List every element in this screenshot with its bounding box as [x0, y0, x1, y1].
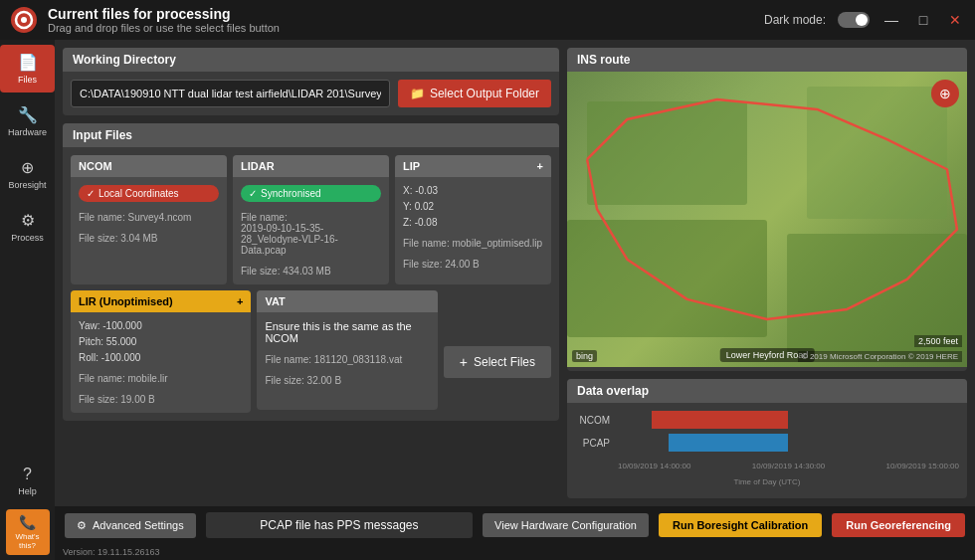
map-zoom-label: 2,500 feet: [914, 335, 962, 347]
whats-label: What's this?: [9, 532, 47, 550]
select-files-label: Select Files: [474, 355, 535, 369]
input-files-section: Input Files NCOM ✓: [63, 123, 559, 421]
bottom-bar: ⚙ Advanced Settings PCAP file has PPS me…: [55, 506, 975, 544]
check-icon: ✓: [87, 188, 95, 199]
vat-title: VAT: [265, 295, 285, 307]
map-container: ⊕ bing Lower Heyford Road 2,500 feet © 2…: [567, 72, 967, 367]
main-layout: 📄 Files 🔧 Hardware ⊕ Boresight ⚙ Process…: [0, 40, 975, 560]
sidebar: 📄 Files 🔧 Hardware ⊕ Boresight ⚙ Process…: [0, 40, 55, 560]
help-icon: ?: [23, 466, 32, 483]
run-georeferencing-button[interactable]: Run Georeferencing: [832, 513, 965, 537]
vat-note: Ensure this is the same as the NCOM: [265, 320, 429, 344]
sidebar-label-hardware: Hardware: [8, 127, 47, 137]
bing-label: bing: [572, 350, 597, 362]
titlebar-title-group: Current files for processing Drag and dr…: [48, 6, 280, 34]
close-button[interactable]: ✕: [945, 10, 965, 30]
lir-roll: Roll: -100.000: [79, 352, 243, 363]
locate-button[interactable]: ⊕: [931, 80, 959, 107]
lir-title: LIR (Unoptimised): [79, 295, 173, 307]
titlebar-left: Current files for processing Drag and dr…: [10, 6, 280, 34]
location-icon: ⊕: [939, 86, 951, 101]
lir-body: Yaw: -100.000 Pitch: 55.000 Roll: -100.0…: [71, 312, 251, 413]
vat-body: Ensure this is the same as the NCOM File…: [257, 312, 437, 394]
time-axis-label: Time of Day (UTC): [575, 477, 959, 486]
select-output-folder-button[interactable]: 📁 Select Output Folder: [398, 80, 551, 107]
vat-card: VAT Ensure this is the same as the NCOM …: [257, 290, 437, 410]
lir-file-size: File size: 19.00 B: [79, 394, 243, 405]
svg-point-2: [21, 17, 27, 23]
lip-header: LIP +: [395, 155, 551, 177]
sidebar-item-hardware[interactable]: 🔧 Hardware: [0, 97, 55, 145]
pcap-overlap-label: PCAP: [575, 438, 610, 449]
titlebar: Current files for processing Drag and dr…: [0, 0, 975, 40]
sidebar-item-files[interactable]: 📄 Files: [0, 45, 55, 93]
lir-plus-icon[interactable]: +: [237, 295, 243, 307]
lip-plus-icon[interactable]: +: [537, 160, 543, 172]
input-files-header: Input Files: [63, 123, 559, 147]
overlap-pcap-row: PCAP: [575, 434, 959, 452]
lip-coord-z: Z: -0.08: [403, 217, 543, 228]
ncom-card: NCOM ✓ Local Coordinates File name: Surv…: [71, 155, 227, 284]
ncom-file-size: File size: 3.04 MB: [79, 233, 219, 244]
ncom-badge-label: Local Coordinates: [98, 188, 179, 199]
advanced-settings-label: Advanced Settings: [93, 519, 184, 531]
top-content: Working Directory 📁 Select Output Folder: [55, 40, 975, 506]
select-files-plus-icon: +: [460, 354, 468, 370]
titlebar-right: Dark mode: — □ ✕: [764, 10, 965, 30]
vat-file-name: File name: 181120_083118.vat: [265, 354, 429, 365]
sidebar-label-boresight: Boresight: [8, 180, 46, 190]
content-area: Working Directory 📁 Select Output Folder: [55, 40, 975, 560]
ncom-header: NCOM: [71, 155, 227, 177]
lip-title: LIP: [403, 160, 420, 172]
dark-mode-toggle[interactable]: [838, 12, 870, 28]
lir-file-name: File name: mobile.lir: [79, 373, 243, 384]
lidar-badge: ✓ Synchronised: [241, 185, 381, 202]
sidebar-bottom: ? Help 📞 What's this?: [0, 458, 55, 560]
lidar-header: LIDAR: [233, 155, 389, 177]
working-dir-row: 📁 Select Output Folder: [71, 80, 551, 107]
ncom-body: ✓ Local Coordinates File name: Survey4.n…: [71, 177, 227, 252]
sidebar-item-process[interactable]: ⚙ Process: [0, 203, 55, 251]
path-input[interactable]: [71, 80, 390, 107]
lip-coord-y: Y: 0.02: [403, 201, 543, 212]
overlap-ncom-row: NCOM: [575, 411, 959, 429]
pcap-bar: [669, 434, 788, 452]
input-files-grid: NCOM ✓ Local Coordinates File name: Surv…: [71, 155, 551, 284]
lir-pitch: Pitch: 55.000: [79, 336, 243, 347]
map-copyright: © 2019 Microsoft Corporation © 2019 HERE: [798, 351, 962, 362]
lir-header: LIR (Unoptimised) +: [71, 290, 251, 312]
lidar-title: LIDAR: [241, 160, 275, 172]
app-subtitle: Drag and drop files or use the select fi…: [48, 22, 280, 34]
lidar-badge-label: Synchronised: [261, 188, 321, 199]
select-files-button[interactable]: + Select Files: [444, 346, 551, 378]
check-icon-lidar: ✓: [249, 188, 257, 199]
select-folder-label: Select Output Folder: [430, 87, 539, 100]
overlap-chart: NCOM PCAP: [575, 411, 959, 455]
folder-icon: 📁: [410, 87, 425, 100]
time-start: 10/09/2019 14:00:00: [618, 462, 690, 470]
time-mid: 10/09/2019 14:30:00: [752, 462, 825, 470]
minimize-button[interactable]: —: [881, 10, 901, 30]
sidebar-label-files: Files: [18, 75, 37, 85]
version-label: Version: 19.11.15.26163: [55, 544, 975, 560]
status-message: PCAP file has PPS messages: [206, 512, 473, 538]
run-boresight-button[interactable]: Run Boresight Calibration: [659, 513, 822, 537]
sidebar-item-boresight[interactable]: ⊕ Boresight: [0, 150, 55, 198]
maximize-button[interactable]: □: [913, 10, 933, 30]
ncom-file-name: File name: Survey4.ncom: [79, 212, 219, 223]
view-hardware-config-button[interactable]: View Hardware Configuration: [483, 513, 649, 537]
lip-coord-x: X: -0.03: [403, 185, 543, 196]
boresight-icon: ⊕: [21, 158, 34, 177]
lip-card: LIP + X: -0.03 Y: 0.02 Z: -0.08 File nam…: [395, 155, 551, 284]
ncom-overlap-label: NCOM: [575, 415, 610, 426]
advanced-settings-button[interactable]: ⚙ Advanced Settings: [65, 513, 196, 538]
vat-header: VAT: [257, 290, 437, 312]
vat-file-size: File size: 32.00 B: [265, 375, 429, 386]
data-overlap-section: Data overlap NCOM PCAP: [567, 379, 967, 498]
data-overlap-header: Data overlap: [567, 379, 967, 403]
overlap-body: NCOM PCAP: [567, 403, 967, 494]
right-panel: INS route ⊕ bing: [567, 40, 975, 506]
sidebar-item-help[interactable]: ? Help: [0, 458, 55, 504]
whats-this-button[interactable]: 📞 What's this?: [6, 509, 50, 555]
working-directory-header: Working Directory: [63, 48, 559, 72]
